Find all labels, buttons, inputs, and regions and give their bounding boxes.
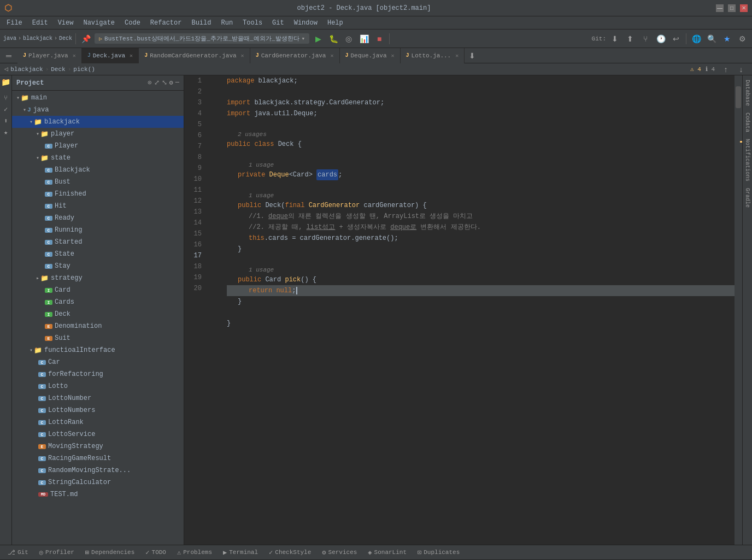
menu-edit[interactable]: Edit bbox=[28, 18, 52, 28]
tab-deck-close[interactable]: ✕ bbox=[130, 52, 133, 59]
tree-blackjack[interactable]: ▾ 📁 blackjack bbox=[12, 116, 184, 128]
tree-functional-folder[interactable]: ▾ 📁 functioalInterface bbox=[12, 344, 184, 356]
project-collapse-icon[interactable]: ⤡ bbox=[162, 79, 167, 87]
bottom-tab-services[interactable]: ⚙ Services bbox=[318, 547, 361, 558]
tab-rcard-close[interactable]: ✕ bbox=[241, 52, 244, 59]
git-push[interactable]: ⬆ bbox=[624, 32, 637, 45]
git-update[interactable]: ⬇ bbox=[608, 32, 621, 45]
close-all-tabs-button[interactable]: ═ bbox=[2, 49, 15, 62]
tab-deck-java[interactable]: J Deck.java ✕ bbox=[82, 48, 139, 63]
run-button[interactable]: ▶ bbox=[312, 32, 325, 45]
tree-ready-class[interactable]: C Ready bbox=[12, 212, 184, 224]
close-button[interactable]: ✕ bbox=[740, 4, 748, 12]
prev-error[interactable]: ↑ bbox=[719, 63, 732, 76]
scroll-thumb[interactable] bbox=[736, 86, 741, 108]
tree-hit-class[interactable]: C Hit bbox=[12, 200, 184, 212]
bottom-tab-terminal[interactable]: ▶ Terminal bbox=[219, 547, 262, 558]
sidebar-git-icon[interactable]: ⑂ bbox=[4, 95, 8, 102]
tree-blackjack-class[interactable]: C Blackjack bbox=[12, 164, 184, 176]
tree-lottonumber-class[interactable]: C LottoNumber bbox=[12, 392, 184, 404]
tree-started-class[interactable]: C Started bbox=[12, 236, 184, 248]
tree-strategy-folder[interactable]: ▸ 📁 strategy bbox=[12, 272, 184, 284]
codata-panel-btn[interactable]: Codata bbox=[743, 110, 751, 134]
menu-tools[interactable]: Tools bbox=[238, 18, 267, 28]
tab-lotto-java[interactable]: J Lotto.ja... ✕ bbox=[401, 48, 465, 63]
project-close-icon[interactable]: — bbox=[175, 79, 179, 87]
code-editor[interactable]: 1 2 3 4 5 6 7 8 9 10 11 12 13 14 15 16 1… bbox=[184, 75, 742, 545]
more-tabs-button[interactable]: ⬇ bbox=[466, 49, 479, 62]
tree-lotto-class[interactable]: C Lotto bbox=[12, 380, 184, 392]
tree-stringcalculator-class[interactable]: C StringCalculator bbox=[12, 476, 184, 488]
tab-randomcard-java[interactable]: J RandomCardGenerator.java ✕ bbox=[139, 48, 250, 63]
git-revert[interactable]: ↩ bbox=[669, 32, 683, 45]
tree-stay-class[interactable]: C Stay bbox=[12, 260, 184, 272]
tree-java[interactable]: ▾ J java bbox=[12, 104, 184, 116]
bottom-tab-duplicates[interactable]: ⊡ Duplicates bbox=[413, 547, 464, 558]
search-button[interactable]: 🔍 bbox=[705, 32, 718, 45]
tree-racinggameresult-class[interactable]: C RacingGameResult bbox=[12, 452, 184, 464]
coverage-button[interactable]: ◎ bbox=[342, 32, 355, 45]
sidebar-pullreq-icon[interactable]: ⬆ bbox=[4, 117, 8, 125]
tree-state-class[interactable]: C State bbox=[12, 248, 184, 260]
tree-denomination-enum[interactable]: E Denomination bbox=[12, 320, 184, 332]
menu-build[interactable]: Build bbox=[187, 18, 215, 28]
breadcrumb-blackjack[interactable]: blackjack bbox=[10, 66, 43, 73]
tree-card-interface[interactable]: I Card bbox=[12, 284, 184, 296]
project-settings-icon[interactable]: ⚙ bbox=[169, 79, 173, 87]
bottom-tab-problems[interactable]: ⚠ Problems bbox=[173, 547, 216, 558]
tree-deck-interface[interactable]: I Deck bbox=[12, 308, 184, 320]
menu-window[interactable]: Window bbox=[290, 18, 322, 28]
tree-forrefactoring-class[interactable]: C forRefactoring bbox=[12, 368, 184, 380]
gradle-panel-btn[interactable]: Gradle bbox=[743, 186, 751, 210]
project-locate-icon[interactable]: ⊙ bbox=[148, 79, 151, 87]
bottom-tab-dependencies[interactable]: ⊞ Dependencies bbox=[81, 547, 139, 558]
menu-refactor[interactable]: Refactor bbox=[146, 18, 186, 28]
debug-button[interactable]: 🐛 bbox=[327, 32, 340, 45]
sidebar-bookmark-icon[interactable]: ★ bbox=[4, 128, 8, 137]
sidebar-project-icon[interactable]: 📁 bbox=[1, 78, 10, 87]
settings-button[interactable]: ⚙ bbox=[736, 32, 749, 45]
tree-player-folder[interactable]: ▾ 📁 player bbox=[12, 128, 184, 140]
bottom-tab-checkstyle[interactable]: ✓ CheckStyle bbox=[265, 547, 315, 558]
tree-lottorank-class[interactable]: C LottoRank bbox=[12, 416, 184, 428]
menu-view[interactable]: View bbox=[54, 18, 78, 28]
git-branches[interactable]: ⑂ bbox=[639, 32, 652, 45]
tree-state-folder[interactable]: ▾ 📁 state bbox=[12, 152, 184, 164]
tree-main[interactable]: ▾ 📁 main bbox=[12, 92, 184, 104]
tree-bust-class[interactable]: C Bust bbox=[12, 176, 184, 188]
tree-lottonumbers-class[interactable]: C LottoNumbers bbox=[12, 404, 184, 416]
menu-run[interactable]: Run bbox=[216, 18, 237, 28]
git-history[interactable]: 🕐 bbox=[654, 32, 667, 45]
menu-help[interactable]: Help bbox=[323, 18, 348, 28]
pin-button[interactable]: 📌 bbox=[79, 32, 92, 45]
tree-lottoservice-class[interactable]: C LottoService bbox=[12, 428, 184, 440]
stop-button[interactable]: ■ bbox=[373, 32, 386, 45]
bottom-tab-profiler[interactable]: ◎ Profiler bbox=[35, 547, 79, 558]
next-error[interactable]: ↓ bbox=[735, 63, 748, 76]
tab-player-close[interactable]: ✕ bbox=[73, 52, 76, 59]
tree-player-class[interactable]: C Player bbox=[12, 140, 184, 152]
tab-lotto-close[interactable]: ✕ bbox=[455, 52, 459, 59]
tree-movingstrategy-class[interactable]: E MovingStrategy bbox=[12, 440, 184, 452]
project-expand-icon[interactable]: ⤢ bbox=[154, 79, 160, 87]
maximize-button[interactable]: □ bbox=[728, 4, 736, 12]
bookmark-button[interactable]: ★ bbox=[720, 32, 733, 45]
translate-button[interactable]: 🌐 bbox=[690, 32, 703, 45]
menu-git[interactable]: Git bbox=[268, 18, 289, 28]
breadcrumb-pick[interactable]: pick() bbox=[73, 66, 95, 73]
menu-navigate[interactable]: Navigate bbox=[79, 18, 119, 28]
scrollbar[interactable] bbox=[735, 75, 742, 545]
minimize-button[interactable]: — bbox=[716, 4, 724, 12]
sidebar-commit-icon[interactable]: ✓ bbox=[4, 105, 8, 114]
notifications-panel-btn[interactable]: Notifications bbox=[743, 137, 751, 184]
run-config-dropdown[interactable]: ▾ bbox=[302, 35, 306, 42]
profile-button[interactable]: 📊 bbox=[357, 32, 371, 45]
tab-deque-java[interactable]: J Deque.java ✕ bbox=[340, 48, 401, 63]
code-content[interactable]: package blackjack; import blackjack.stra… bbox=[222, 75, 735, 545]
tab-cardgenerator-java[interactable]: J CardGenerator.java ✕ bbox=[250, 48, 340, 63]
tab-player-java[interactable]: J Player.java ✕ bbox=[17, 48, 82, 63]
bottom-tab-todo[interactable]: ✓ TODO bbox=[141, 547, 171, 558]
tree-testmd-file[interactable]: MD TEST.md bbox=[12, 488, 184, 500]
tree-car-class[interactable]: C Car bbox=[12, 356, 184, 368]
menu-file[interactable]: File bbox=[2, 18, 27, 28]
